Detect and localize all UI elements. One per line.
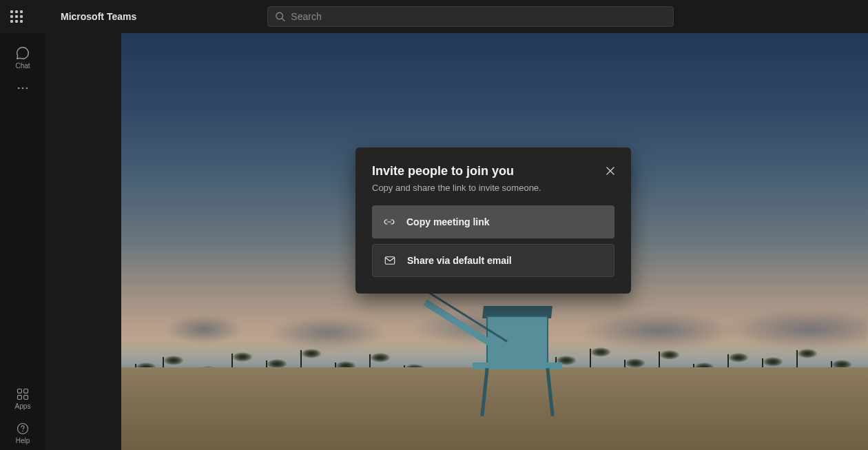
app-title: Microsoft Teams (61, 11, 136, 22)
app-launcher-button[interactable] (0, 0, 33, 33)
top-bar: Microsoft Teams (0, 0, 868, 33)
search-bar[interactable] (267, 6, 674, 27)
mail-icon (384, 254, 396, 267)
chat-icon (15, 45, 30, 61)
svg-rect-13 (385, 257, 395, 265)
svg-point-4 (26, 88, 28, 90)
rail-item-help[interactable]: Help (0, 416, 45, 450)
svg-rect-8 (24, 395, 28, 399)
svg-rect-6 (24, 389, 28, 393)
rail-item-apps[interactable]: Apps (0, 381, 45, 416)
svg-rect-5 (18, 389, 22, 393)
link-icon (383, 216, 395, 228)
search-input[interactable] (291, 11, 666, 22)
secondary-panel (45, 33, 121, 450)
dialog-subtitle: Copy and share the link to invite someon… (372, 183, 614, 193)
svg-line-1 (282, 19, 285, 21)
dialog-title: Invite people to join you (372, 164, 614, 178)
svg-point-2 (18, 88, 20, 90)
rail-item-chat[interactable]: Chat (0, 40, 45, 74)
svg-point-10 (22, 430, 23, 431)
left-rail: Chat Apps Help (0, 33, 45, 450)
dialog-close-button[interactable] (601, 161, 620, 181)
apps-icon (16, 387, 30, 401)
rail-item-more[interactable] (0, 74, 45, 102)
close-icon (606, 166, 615, 176)
button-label: Copy meeting link (406, 216, 490, 227)
help-icon (16, 422, 30, 436)
rail-item-label: Apps (15, 402, 31, 410)
rail-item-label: Help (16, 437, 30, 444)
rail-item-label: Chat (15, 62, 30, 70)
button-label: Share via default email (407, 255, 512, 266)
search-icon (275, 11, 285, 22)
svg-point-3 (22, 88, 24, 90)
waffle-icon (10, 10, 23, 23)
invite-people-dialog: Invite people to join you Copy and share… (355, 147, 631, 294)
copy-meeting-link-button[interactable]: Copy meeting link (372, 205, 614, 238)
svg-rect-7 (18, 395, 22, 399)
share-via-email-button[interactable]: Share via default email (372, 244, 614, 277)
ellipsis-icon (16, 81, 30, 95)
svg-point-0 (276, 12, 283, 19)
